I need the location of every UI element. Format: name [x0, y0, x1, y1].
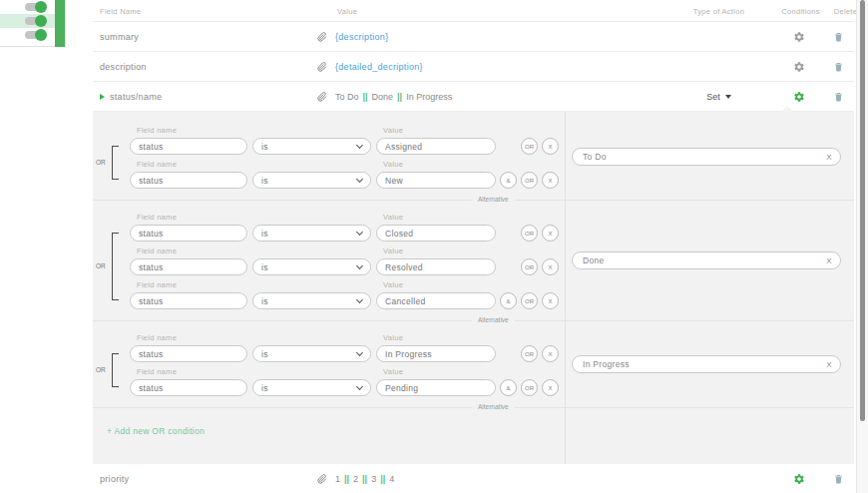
value-label: Value [383, 126, 403, 135]
paperclip-icon [317, 32, 327, 42]
condition-field-input[interactable]: status [130, 379, 247, 396]
and-button[interactable]: & [500, 292, 517, 309]
or-button[interactable]: OR [521, 172, 538, 189]
scrollbar-thumb[interactable] [860, 0, 865, 421]
result-value-pill[interactable]: Done X [572, 251, 841, 269]
chevron-down-icon [356, 175, 363, 182]
field-name-text: summary [100, 32, 139, 42]
condition-operator-select[interactable]: is [252, 172, 371, 189]
value-label: Value [383, 367, 403, 376]
delete-button[interactable] [824, 52, 852, 82]
result-value-pill[interactable]: In Progress X [572, 355, 841, 373]
condition-operator-select[interactable]: is [252, 225, 371, 242]
mapped-value-link[interactable]: {description} [335, 32, 388, 42]
value-part: 1 [335, 474, 340, 484]
condition-operator-select[interactable]: is [252, 258, 371, 275]
gear-icon [793, 473, 805, 485]
clear-result-button[interactable]: X [826, 360, 832, 369]
action-label: Set [706, 92, 720, 102]
conditions-button[interactable] [785, 52, 813, 82]
condition-operator-select[interactable]: is [252, 379, 371, 396]
or-button[interactable]: OR [521, 379, 538, 396]
header-type-of-action: Type of Action [676, 7, 761, 16]
condition-field-input[interactable]: status [130, 138, 247, 155]
conditions-button[interactable] [785, 22, 813, 52]
header-value: Value [337, 7, 357, 16]
remove-condition-button[interactable]: X [542, 292, 559, 309]
value-label: Value [383, 333, 403, 342]
delete-button[interactable] [824, 22, 852, 52]
conditions-button-active[interactable] [785, 464, 813, 493]
value-label: Value [383, 213, 403, 222]
or-button[interactable]: OR [521, 225, 538, 242]
operator-value: is [261, 349, 268, 359]
add-or-condition-link[interactable]: + Add new OR condition [107, 426, 205, 436]
delete-button[interactable] [824, 82, 852, 112]
condition-operator-select[interactable]: is [252, 345, 371, 362]
toggle-switch-on[interactable] [25, 3, 40, 11]
operator-value: is [261, 176, 268, 186]
alternative-divider: Alternative [93, 407, 854, 408]
or-bracket-label: OR [96, 262, 106, 269]
value-separator: || [363, 92, 368, 102]
vertical-scrollbar[interactable] [856, 0, 868, 493]
value-label: Value [383, 160, 403, 169]
paperclip-icon [317, 92, 327, 102]
toggle-knob [35, 29, 47, 41]
trash-icon [833, 473, 844, 485]
toggle-switch-on[interactable] [25, 17, 40, 25]
and-button[interactable]: & [500, 172, 517, 189]
condition-value-input[interactable]: Cancelled [376, 292, 496, 309]
value-label: Value [383, 280, 403, 289]
field-name-label: Field name [137, 333, 177, 342]
chevron-down-icon [356, 382, 363, 389]
remove-condition-button[interactable]: X [542, 172, 559, 189]
green-sidebar-bar [55, 0, 65, 47]
remove-condition-button[interactable]: X [542, 345, 559, 362]
add-condition-row: + Add new OR condition [93, 408, 854, 453]
or-button[interactable]: OR [521, 292, 538, 309]
condition-field-input[interactable]: status [130, 258, 247, 275]
clear-result-button[interactable]: X [826, 256, 832, 265]
panel-notch [781, 106, 793, 112]
condition-value-input[interactable]: New [376, 172, 496, 189]
delete-button[interactable] [824, 464, 852, 493]
condition-operator-select[interactable]: is [252, 292, 371, 309]
remove-condition-button[interactable]: X [542, 379, 559, 396]
condition-field-input[interactable]: status [130, 292, 247, 309]
toggle-knob [35, 1, 47, 13]
condition-value-input[interactable]: Closed [376, 225, 496, 242]
condition-group-1: OR Field nameValue status is Assigned OR… [93, 114, 854, 200]
and-button[interactable]: & [500, 379, 517, 396]
or-button[interactable]: OR [521, 345, 538, 362]
or-button[interactable]: OR [521, 258, 538, 275]
or-button[interactable]: OR [521, 138, 538, 155]
mapped-value-link[interactable]: {detailed_decription} [335, 62, 423, 72]
condition-field-input[interactable]: status [130, 172, 247, 189]
condition-value-input[interactable]: Resolved [376, 258, 496, 275]
condition-value-input[interactable]: In Progress [376, 345, 496, 362]
remove-condition-button[interactable]: X [542, 138, 559, 155]
chevron-down-icon [356, 228, 363, 235]
condition-field-input[interactable]: status [130, 225, 247, 242]
value-part: 4 [389, 474, 394, 484]
condition-field-input[interactable]: status [130, 345, 247, 362]
sync-toggles-panel [0, 0, 66, 47]
operator-value: is [261, 296, 268, 306]
result-value-pill[interactable]: To Do X [572, 148, 841, 166]
remove-condition-button[interactable]: X [542, 225, 559, 242]
clear-result-button[interactable]: X [826, 153, 832, 162]
chevron-down-icon [356, 348, 363, 355]
field-name-label: Field name [137, 126, 177, 135]
condition-value-input[interactable]: Assigned [376, 138, 496, 155]
expand-arrow-icon[interactable] [100, 94, 105, 100]
trash-icon [833, 31, 844, 43]
value-separator: || [380, 474, 385, 484]
toggle-switch-on[interactable] [25, 31, 40, 39]
field-name-text: priority [100, 474, 129, 484]
value-separator: || [397, 92, 402, 102]
condition-value-input[interactable]: Pending [376, 379, 496, 396]
type-of-action-dropdown[interactable]: Set [676, 82, 761, 112]
condition-operator-select[interactable]: is [252, 138, 371, 155]
remove-condition-button[interactable]: X [542, 258, 559, 275]
